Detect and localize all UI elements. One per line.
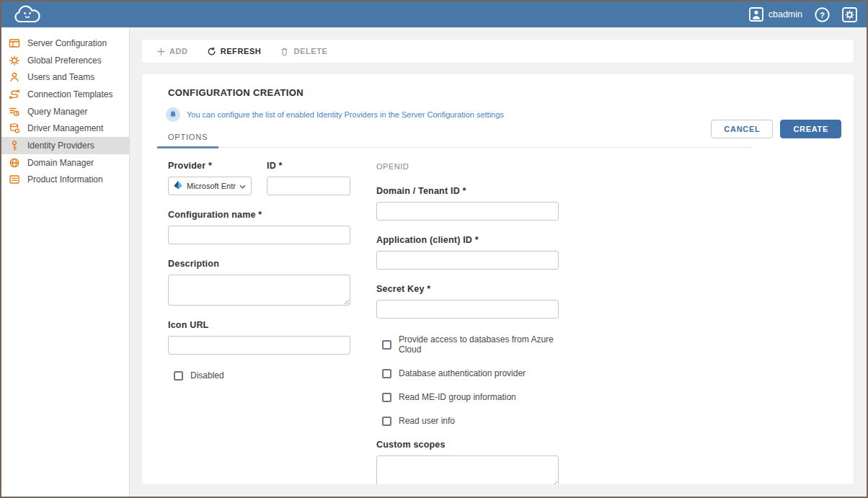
main-area: ADD REFRESH DELETE CONFIGURATION C [130, 27, 867, 497]
user-menu[interactable]: cbadmin [749, 7, 802, 22]
settings-gear-icon[interactable] [842, 7, 857, 22]
secret-key-input[interactable] [376, 300, 559, 319]
sidebar-item-label: Query Manager [27, 107, 87, 117]
sidebar-item-query-manager[interactable]: Query Manager [1, 103, 129, 120]
entra-id-icon [173, 180, 183, 192]
provider-label: Provider * [168, 161, 252, 171]
app-window: cbadmin ? [0, 0, 868, 498]
configuration-name-input[interactable] [168, 226, 350, 244]
domain-tenant-id-label: Domain / Tenant ID * [376, 186, 559, 196]
domain-tenant-id-input[interactable] [376, 202, 559, 221]
sidebar-item-label: Product Information [27, 174, 103, 184]
sidebar-item-product-information[interactable]: Product Information [1, 172, 129, 189]
plus-icon [157, 48, 165, 55]
meid-group-checkbox[interactable] [382, 393, 391, 402]
application-client-id-input[interactable] [376, 251, 559, 270]
identity-provider-form: Provider * Micro [142, 148, 854, 484]
bell-icon [166, 107, 180, 122]
delete-button-label: DELETE [293, 47, 327, 55]
db-auth-provider-checkbox[interactable] [382, 369, 391, 378]
query-history-icon [9, 106, 20, 117]
form-right-column: OPENID Domain / Tenant ID * Application … [376, 161, 559, 484]
azure-cloud-access-checkbox[interactable] [382, 340, 391, 350]
panel-actions: CANCEL CREATE [711, 120, 841, 138]
user-icon [749, 7, 763, 22]
read-user-info-checkbox-row[interactable]: Read user info [382, 416, 559, 426]
disabled-checkbox[interactable] [174, 371, 183, 381]
id-label: ID * [267, 161, 350, 171]
meid-group-label: Read ME-ID group information [399, 392, 516, 402]
delete-button[interactable]: DELETE [280, 47, 327, 56]
application-client-id-label: Application (client) ID * [376, 235, 559, 245]
sidebar-item-identity-providers[interactable]: Identity Providers [1, 137, 129, 154]
cancel-button[interactable]: CANCEL [711, 120, 773, 138]
db-auth-provider-checkbox-row[interactable]: Database authentication provider [382, 368, 559, 378]
sidebar-item-label: Identity Providers [27, 141, 94, 151]
provider-select-value: Microsoft Entra ID [187, 182, 236, 190]
help-icon[interactable]: ? [814, 6, 831, 23]
form-left-column: Provider * Micro [168, 161, 350, 484]
read-user-info-checkbox[interactable] [382, 417, 391, 426]
chevron-down-icon [239, 182, 246, 190]
icon-url-label: Icon URL [168, 320, 350, 330]
openid-section-label: OPENID [376, 162, 559, 171]
db-auth-provider-label: Database authentication provider [399, 368, 526, 378]
person-icon [9, 71, 20, 83]
database-icon [9, 123, 20, 134]
disabled-checkbox-label: Disabled [190, 370, 224, 381]
read-user-info-label: Read user info [399, 416, 455, 426]
meid-group-checkbox-row[interactable]: Read ME-ID group information [382, 392, 559, 402]
id-input[interactable] [267, 177, 350, 195]
sidebar-item-connection-templates[interactable]: Connection Templates [1, 86, 129, 103]
sidebar-item-domain-manager[interactable]: Domain Manager [1, 154, 129, 172]
key-icon [9, 140, 20, 151]
configuration-name-label: Configuration name * [168, 210, 350, 220]
refresh-button-label: REFRESH [221, 47, 262, 55]
svg-text:?: ? [820, 10, 825, 19]
gear-icon [9, 55, 20, 66]
sidebar-item-label: Connection Templates [27, 89, 113, 99]
azure-cloud-access-label: Provide access to databases from Azure C… [399, 334, 559, 355]
icon-url-input[interactable] [168, 336, 350, 355]
info-box-icon [9, 174, 20, 185]
sidebar-item-users-and-teams[interactable]: Users and Teams [1, 68, 129, 86]
provider-select[interactable]: Microsoft Entra ID [168, 177, 252, 195]
add-button[interactable]: ADD [157, 47, 188, 55]
sidebar-item-label: Server Configuration [27, 38, 107, 48]
description-label: Description [168, 259, 350, 269]
sidebar-item-label: Global Preferences [27, 55, 102, 66]
custom-scopes-label: Custom scopes [376, 440, 559, 450]
tab-options[interactable]: OPTIONS [157, 127, 218, 147]
sidebar-item-global-preferences[interactable]: Global Preferences [1, 52, 129, 69]
username: cbadmin [769, 9, 802, 19]
description-textarea[interactable] [168, 275, 350, 306]
configuration-creation-panel: CONFIGURATION CREATION You can configure… [142, 74, 854, 484]
refresh-button[interactable]: REFRESH [207, 47, 262, 56]
toolbar: ADD REFRESH DELETE [142, 40, 854, 63]
add-button-label: ADD [169, 47, 188, 55]
admin-sidebar: Server Configuration Global Preferences … [1, 27, 130, 497]
sidebar-item-server-configuration[interactable]: Server Configuration [1, 35, 129, 52]
azure-cloud-access-checkbox-row[interactable]: Provide access to databases from Azure C… [382, 334, 559, 355]
create-button[interactable]: CREATE [780, 120, 841, 138]
sidebar-item-label: Users and Teams [27, 72, 94, 82]
topbar: cbadmin ? [1, 1, 867, 27]
disabled-checkbox-row[interactable]: Disabled [174, 370, 350, 381]
sidebar-item-label: Domain Manager [27, 158, 94, 168]
cloudbeaver-logo-icon [12, 4, 43, 25]
sidebar-item-driver-management[interactable]: Driver Management [1, 120, 129, 137]
server-icon [9, 37, 20, 49]
refresh-icon [207, 47, 216, 56]
info-message-text: You can configure the list of enabled Id… [187, 110, 504, 119]
globe-icon [9, 157, 20, 169]
secret-key-label: Secret Key * [376, 284, 559, 294]
trash-icon [280, 47, 289, 56]
custom-scopes-textarea[interactable] [376, 455, 559, 484]
connection-flow-icon [9, 89, 20, 100]
sidebar-item-label: Driver Management [27, 123, 103, 133]
page-title: CONFIGURATION CREATION [142, 74, 854, 98]
